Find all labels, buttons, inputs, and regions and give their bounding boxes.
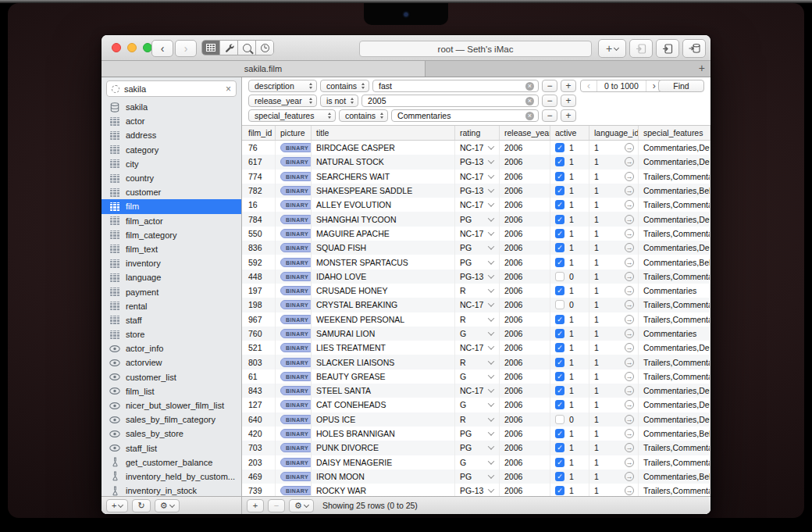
sidebar-item-film[interactable]: film [102, 199, 241, 213]
cell-language-id[interactable]: 1→ [589, 441, 639, 455]
cell-active[interactable]: ✓1 [550, 398, 589, 412]
sidebar-item-inventory[interactable]: inventory [102, 256, 241, 270]
cell-release-year[interactable]: 2006 [500, 212, 550, 226]
cell-title[interactable]: CRUSADE HONEY [312, 284, 455, 298]
sidebar-item-category[interactable]: category [102, 143, 241, 157]
clear-icon[interactable]: × [525, 97, 534, 105]
cell-active[interactable]: ✓1 [550, 355, 589, 369]
cell-release-year[interactable]: 2006 [500, 284, 550, 298]
sidebar-item-sales_by_store[interactable]: sales_by_store [102, 427, 241, 441]
cell-picture[interactable]: BINARY [276, 312, 312, 327]
cell-film-id[interactable]: 967 [242, 312, 276, 327]
cell-release-year[interactable]: 2006 [500, 170, 550, 184]
cell-picture[interactable]: BINARY [276, 198, 312, 212]
foreign-key-arrow-icon[interactable]: → [625, 215, 634, 224]
cell-release-year[interactable]: 2006 [500, 155, 550, 169]
cell-release-year[interactable]: 2006 [500, 412, 550, 427]
cell-rating[interactable]: NC-17 [455, 227, 500, 241]
cell-rating[interactable]: R [455, 412, 500, 427]
cell-film-id[interactable]: 843 [242, 384, 276, 398]
cell-picture[interactable]: BINARY [276, 455, 312, 470]
cell-title[interactable]: MONSTER SPARTACUS [312, 255, 455, 269]
cell-rating[interactable]: PG-13 [455, 155, 500, 169]
cell-active[interactable]: ✓1 [550, 241, 589, 255]
cell-rating[interactable]: NC-17 [455, 198, 500, 212]
sidebar-item-film_list[interactable]: film_list [102, 384, 241, 398]
filter-value-input[interactable]: 2005 × [361, 95, 539, 107]
active-checkbox[interactable] [555, 300, 564, 309]
active-checkbox[interactable] [555, 272, 564, 281]
cell-rating[interactable]: NC-17 [455, 170, 500, 184]
cell-title[interactable]: BEAUTY GREASE [312, 370, 455, 384]
cell-language-id[interactable]: 1→ [589, 384, 639, 398]
cell-active[interactable]: 0 [550, 412, 589, 427]
cell-film-id[interactable]: 127 [242, 398, 276, 412]
cell-special-features[interactable]: Commentaries,Dele [639, 141, 710, 155]
filter-field-select[interactable]: description [248, 80, 317, 92]
foreign-key-arrow-icon[interactable]: → [625, 329, 634, 338]
cell-film-id[interactable]: 640 [242, 412, 276, 427]
cell-picture[interactable]: BINARY [276, 212, 312, 226]
cell-title[interactable]: ROCKY WAR [312, 484, 455, 496]
cell-picture[interactable]: BINARY [276, 470, 312, 484]
cell-release-year[interactable]: 2006 [500, 398, 550, 412]
foreign-key-arrow-icon[interactable]: → [625, 315, 634, 324]
active-checkbox[interactable]: ✓ [555, 400, 564, 409]
cell-rating[interactable]: NC-17 [455, 341, 500, 355]
cell-language-id[interactable]: 1→ [589, 298, 639, 312]
foreign-key-arrow-icon[interactable]: → [625, 286, 634, 295]
active-checkbox[interactable]: ✓ [555, 143, 564, 152]
filter-operator-select[interactable]: contains [339, 109, 388, 122]
sidebar-item-language[interactable]: language [102, 270, 241, 284]
cell-special-features[interactable]: Trailers,Commentar [639, 355, 710, 369]
active-checkbox[interactable]: ✓ [555, 258, 564, 267]
cell-language-id[interactable]: 1→ [589, 284, 639, 298]
cell-rating[interactable]: G [455, 327, 500, 341]
table-content-tab[interactable] [202, 41, 220, 55]
cell-release-year[interactable]: 2006 [500, 484, 550, 496]
table-structure-tab[interactable] [220, 41, 238, 55]
remove-filter-button[interactable]: − [542, 95, 557, 107]
cell-film-id[interactable]: 521 [242, 341, 276, 355]
cell-rating[interactable]: PG [455, 427, 500, 441]
sidebar-item-inventory_in_stock[interactable]: inventory_in_stock [102, 484, 241, 496]
cell-title[interactable]: PUNK DIVORCE [312, 441, 455, 455]
cell-title[interactable]: STEEL SANTA [312, 384, 455, 398]
active-checkbox[interactable]: ✓ [555, 486, 564, 495]
cell-film-id[interactable]: 760 [242, 327, 276, 341]
cell-title[interactable]: SHANGHAI TYCOON [312, 212, 455, 226]
cell-title[interactable]: NATURAL STOCK [312, 155, 455, 169]
cell-special-features[interactable]: Trailers,Commentar [639, 270, 710, 284]
add-filter-button[interactable]: + [561, 95, 576, 107]
sidebar-item-store[interactable]: store [102, 327, 241, 341]
cell-film-id[interactable]: 739 [242, 484, 276, 496]
active-checkbox[interactable]: ✓ [555, 472, 564, 481]
cell-rating[interactable]: PG [455, 255, 500, 269]
cell-active[interactable]: ✓1 [550, 255, 589, 269]
cell-special-features[interactable]: Trailers,Commentar [639, 484, 710, 496]
sidebar-item-get_customer_balance[interactable]: get_customer_balance [102, 455, 241, 470]
cell-language-id[interactable]: 1→ [589, 184, 639, 198]
cell-language-id[interactable]: 1→ [589, 255, 639, 269]
cell-special-features[interactable]: Trailers,Commentar [639, 298, 710, 312]
sidebar-item-customer_list[interactable]: customer_list [102, 370, 241, 384]
cell-film-id[interactable]: 76 [242, 141, 276, 155]
clear-icon[interactable]: × [525, 112, 534, 120]
column-header-film_id[interactable]: film_id [242, 126, 276, 140]
import-to-database-button[interactable] [682, 39, 706, 58]
active-checkbox[interactable] [555, 415, 564, 424]
import-clipboard-button[interactable] [629, 39, 653, 58]
cell-title[interactable]: IRON MOON [312, 470, 455, 484]
cell-active[interactable]: ✓1 [550, 198, 589, 212]
cell-language-id[interactable]: 1→ [589, 270, 639, 284]
cell-picture[interactable]: BINARY [276, 384, 312, 398]
add-filter-button[interactable]: + [561, 109, 576, 122]
foreign-key-arrow-icon[interactable]: → [625, 386, 634, 395]
cell-special-features[interactable]: Commentaries,Dele [639, 241, 710, 255]
cell-title[interactable]: OPUS ICE [312, 412, 455, 427]
cell-language-id[interactable]: 1→ [589, 341, 639, 355]
cell-release-year[interactable]: 2006 [500, 270, 550, 284]
cell-title[interactable]: CRYSTAL BREAKING [312, 298, 455, 312]
cell-title[interactable]: CAT CONEHEADS [312, 398, 455, 412]
cell-special-features[interactable]: Commentaries,Dele [639, 412, 710, 427]
